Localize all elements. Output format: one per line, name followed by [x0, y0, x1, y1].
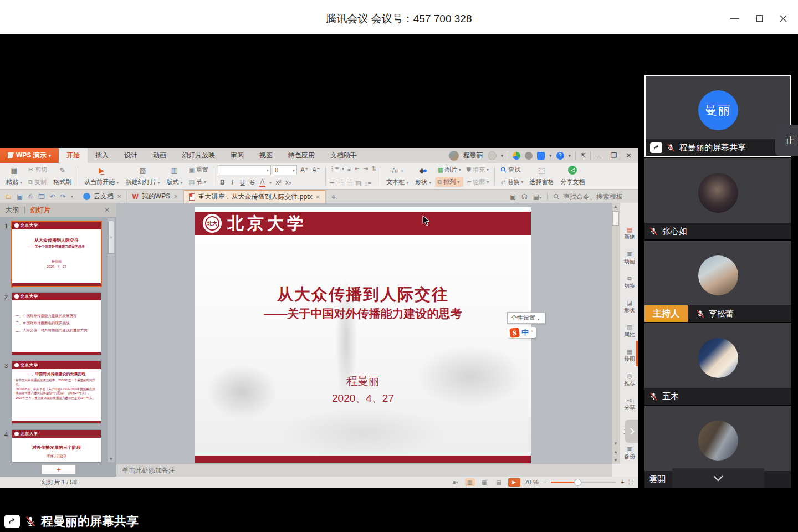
slide-sorter-button[interactable]: ▦ — [479, 478, 489, 486]
undo-icon[interactable]: ↶ — [50, 193, 55, 201]
message-icon[interactable]: ▣ — [510, 193, 516, 201]
command-search[interactable] — [553, 192, 634, 201]
chevron-down-icon[interactable]: ▾ — [501, 153, 504, 158]
slide-thumbnail-3[interactable]: 3 北京大学 一、中国对外传播建设的发展历程 在中国对外传播的发展历程中，200… — [12, 361, 101, 423]
outdent-button[interactable]: ⇤ — [354, 165, 359, 172]
participant-tile[interactable]: 五木 — [644, 323, 791, 405]
zoom-slider-thumb[interactable] — [574, 479, 581, 486]
member-badge-icon[interactable] — [488, 151, 497, 160]
normal-view-button[interactable]: ▥ — [465, 478, 475, 486]
redo-icon[interactable]: ↷ — [60, 193, 66, 201]
outline-button[interactable]: ▱轮廓▾ — [464, 177, 491, 187]
zoom-in-button[interactable]: + — [621, 479, 624, 485]
chevron-down-icon[interactable]: ▾ — [71, 194, 73, 199]
grow-font-button[interactable]: A⁺ — [300, 166, 308, 174]
slide-canvas[interactable]: 北大 北京大学 从大众传播到人际交往 ——关于中国对外传播能力建设的思考 程曼丽… — [116, 203, 612, 464]
tab-home[interactable]: 开始 — [59, 148, 88, 163]
command-search-input[interactable] — [562, 192, 634, 201]
slide-thumbnail-1[interactable]: 1 北京大学 从大众传播到人际交往 ——关于中国对外传播能力建设的思考 程曼丽 … — [12, 222, 101, 286]
text-box-button[interactable]: A▭ 文本框 ▾ — [383, 164, 411, 188]
numbering-button[interactable]: ≡ — [347, 166, 351, 172]
scroll-down-icon[interactable]: ▼ — [108, 456, 115, 462]
close-tab-icon[interactable]: ✕ — [173, 193, 178, 200]
next-slide-icon[interactable]: ▼ — [612, 457, 620, 464]
strikethrough-button[interactable]: S — [249, 178, 255, 186]
save-icon[interactable]: ▣ — [17, 193, 23, 201]
copy-button[interactable]: ⧉复制 — [26, 177, 49, 187]
shapes-button[interactable]: ◆● 形状 ▾ — [412, 164, 434, 188]
panel-scrollbar[interactable]: ▲ ≡ ▼ — [108, 218, 115, 462]
current-slide[interactable]: 北大 北京大学 从大众传播到人际交往 ——关于中国对外传播能力建设的思考 程曼丽… — [195, 207, 531, 463]
find-button[interactable]: 查找 — [498, 165, 525, 175]
italic-button[interactable]: I — [229, 178, 236, 186]
format-painter-button[interactable]: ✎ 格式刷 — [50, 164, 74, 188]
account-avatar[interactable] — [449, 151, 459, 161]
wps-close-button[interactable]: ✕ — [623, 151, 634, 160]
participant-tile[interactable]: 雲開 — [644, 406, 791, 488]
notes-area[interactable]: 单击此处添加备注 — [116, 464, 612, 477]
shrink-font-button[interactable]: A⁻ — [312, 166, 320, 174]
previous-slide-icon[interactable]: ▲ — [612, 448, 620, 456]
slide-thumbnail-2[interactable]: 2 北京大学 一、中国对外传播能力建设的发展历程 二、中国对外传播面临的现实挑战… — [12, 293, 101, 355]
new-tab-button[interactable]: + — [326, 190, 342, 203]
zoom-slider[interactable] — [551, 482, 616, 483]
replace-button[interactable]: ⇄替换▾ — [498, 177, 525, 187]
open-folder-icon[interactable]: 🗀 — [5, 193, 12, 201]
layout-button[interactable]: ▥ 版式 ▾ — [163, 164, 185, 188]
picture-button[interactable]: ▦图片▾ — [435, 165, 463, 175]
scroll-up-icon[interactable]: ▲ — [612, 203, 620, 210]
help-icon[interactable]: ? — [556, 152, 564, 160]
tab-doc-assistant[interactable]: 文档助手 — [323, 148, 365, 163]
reading-view-button[interactable]: ▤ — [494, 478, 504, 486]
account-name[interactable]: 程曼丽 — [463, 151, 483, 160]
zoom-out-button[interactable]: – — [543, 479, 546, 485]
participant-tile-sharer[interactable]: 曼丽 程曼丽的屏幕共享 — [644, 75, 791, 157]
main-scrollbar[interactable]: ▲ ▼ ▲ ▼ — [612, 203, 620, 464]
slideshow-play-button[interactable]: ▶ — [508, 478, 520, 487]
fit-slide-icon[interactable]: ⛶ — [628, 479, 633, 486]
wps-restore-button[interactable]: ❐ — [608, 151, 619, 160]
tool-backup[interactable]: ▣备份 — [620, 442, 639, 464]
tab-insert[interactable]: 插入 — [88, 148, 116, 163]
hide-ribbon-icon[interactable]: ⇱ — [580, 152, 586, 160]
panel-collapse-handle[interactable] — [625, 420, 638, 443]
font-size-combo[interactable]: 0▾ — [273, 165, 297, 175]
integral-icon[interactable] — [525, 152, 533, 160]
notes-toggle-icon[interactable]: ≡▾ — [451, 478, 461, 486]
tool-properties[interactable]: ▥属性 — [620, 320, 639, 342]
superscript-button[interactable]: x² — [275, 178, 282, 186]
font-family-combo[interactable]: ▾ — [218, 165, 271, 175]
align-right-button[interactable]: ☱ — [346, 180, 352, 187]
edge-flyout[interactable]: 正 — [775, 125, 798, 156]
ime-punct-icon[interactable]: ° — [531, 330, 533, 336]
bold-button[interactable]: B — [219, 178, 226, 186]
add-slide-button[interactable]: + — [42, 464, 76, 474]
tab-special-apps[interactable]: 特色应用 — [280, 148, 323, 163]
share-doc-button[interactable]: 分享文档 — [557, 164, 587, 188]
close-tab-icon[interactable]: ✕ — [316, 194, 320, 200]
tab-outline[interactable]: 大纲 — [0, 206, 24, 215]
new-slide-button[interactable]: ▧ 新建幻灯片 ▾ — [122, 164, 162, 188]
fill-button[interactable]: ⛊填充▾ — [464, 165, 491, 175]
participant-tile-host[interactable]: 主持人 李松蕾 — [644, 241, 791, 322]
cut-button[interactable]: ✂剪切 — [26, 165, 49, 175]
chevron-down-icon[interactable]: ▾ — [549, 153, 552, 158]
wps-minimize-button[interactable]: – — [595, 151, 603, 160]
chevron-down-icon[interactable]: ▾ — [569, 153, 571, 158]
output-icon[interactable]: ⎙ — [28, 193, 33, 201]
minimize-button[interactable] — [726, 12, 743, 24]
tab-animation[interactable]: 动画 — [145, 148, 174, 163]
close-tab-icon[interactable]: ✕ — [117, 193, 121, 200]
tab-review[interactable]: 审阅 — [223, 148, 252, 163]
scroll-down-icon[interactable]: ▼ — [612, 440, 620, 447]
text-direction-button[interactable]: ⇅ — [371, 165, 376, 172]
doc-tab-presentation[interactable]: 重大讲座：从大众传播到人际交往.pptx ✕ — [184, 190, 326, 203]
slide-thumbnail-4[interactable]: 4 北京大学 对外传播发展的三个阶段 理性认识建设 — [12, 430, 101, 462]
tool-new[interactable]: ▤新建 — [620, 223, 639, 245]
tab-slideshow[interactable]: 幻灯片放映 — [174, 148, 223, 163]
doc-tab-cloud[interactable]: 云文档 ✕ — [78, 190, 127, 203]
tool-animation[interactable]: ▣动画 — [620, 247, 639, 269]
reset-button[interactable]: ▣重置 — [187, 165, 211, 175]
paste-button[interactable]: ▤ 粘贴 ▾ — [3, 164, 25, 188]
tool-recommend[interactable]: ◎推荐 — [620, 369, 639, 391]
